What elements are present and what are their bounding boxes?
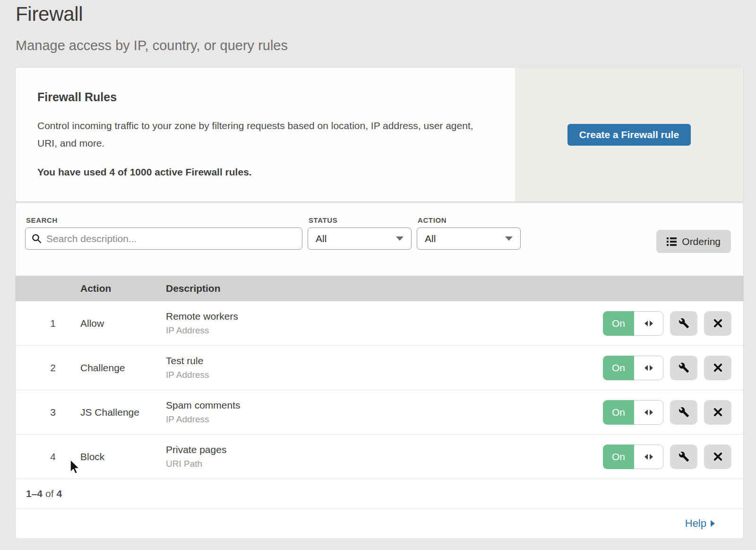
ordering-button[interactable]: Ordering (656, 230, 731, 253)
wrench-icon (679, 407, 689, 418)
row-priority: 3 (16, 407, 56, 418)
search-field[interactable] (25, 227, 302, 250)
table-body: 1 Allow Remote workers IP Address On (16, 301, 743, 479)
row-controls: On (603, 311, 731, 336)
edit-rule-button[interactable] (670, 356, 697, 380)
action-selected-value: All (425, 233, 436, 244)
row-action: Allow (80, 318, 166, 329)
edit-rule-button[interactable] (670, 445, 697, 469)
table-row: 2 Challenge Test rule IP Address On (16, 346, 743, 390)
action-label: ACTION (418, 216, 447, 224)
row-description: Spam comments (166, 400, 603, 411)
delete-rule-button[interactable] (704, 356, 731, 380)
toggle-on-label[interactable]: On (603, 445, 634, 469)
search-icon (32, 234, 42, 244)
x-icon (713, 407, 723, 417)
toggle-on-label[interactable]: On (603, 356, 634, 380)
row-description: Private pages (166, 444, 603, 455)
wrench-icon (679, 318, 689, 329)
row-description: Remote workers (166, 311, 603, 322)
row-controls: On (603, 356, 731, 380)
create-firewall-rule-button[interactable]: Create a Firewall rule (567, 124, 691, 146)
firewall-rules-info: Firewall Rules Control incoming traffic … (16, 68, 515, 201)
x-icon (713, 363, 723, 373)
delete-rule-button[interactable] (704, 400, 731, 425)
rules-cta-panel: Create a Firewall rule (515, 68, 743, 201)
firewall-page: Firewall Manage access by IP, country, o… (0, 0, 756, 550)
table-header: Action Description (16, 276, 743, 301)
row-priority: 1 (16, 318, 56, 329)
pagination-range: 1–4 (26, 488, 43, 499)
status-toggle[interactable]: On (603, 356, 663, 380)
wrench-icon (679, 362, 689, 373)
row-controls: On (603, 445, 731, 469)
status-selected-value: All (316, 233, 326, 244)
status-toggle[interactable]: On (603, 311, 663, 336)
left-right-arrows-icon[interactable] (634, 400, 663, 425)
row-match-field: URI Path (166, 459, 603, 469)
table-row: 3 JS Challenge Spam comments IP Address … (16, 390, 743, 435)
action-select[interactable]: All (417, 227, 521, 250)
table-row: 1 Allow Remote workers IP Address On (16, 301, 743, 346)
firewall-rules-card: Firewall Rules Control incoming traffic … (16, 68, 743, 201)
column-header-action: Action (80, 283, 111, 294)
arrow-right-icon (711, 520, 715, 527)
toggle-on-label[interactable]: On (603, 400, 634, 425)
filters-bar: SEARCH STATUS All ACTION All (16, 203, 743, 276)
edit-rule-button[interactable] (670, 311, 697, 336)
row-action: JS Challenge (80, 407, 166, 418)
rules-usage-note: You have used 4 of 1000 active Firewall … (37, 166, 515, 178)
left-right-arrows-icon[interactable] (634, 311, 663, 336)
x-icon (713, 318, 723, 328)
firewall-rules-table-card: SEARCH STATUS All ACTION All (16, 203, 743, 538)
row-match-field: IP Address (166, 325, 603, 336)
row-action: Challenge (80, 362, 166, 374)
toggle-on-label[interactable]: On (603, 311, 634, 336)
search-label: SEARCH (26, 216, 58, 224)
help-link-label: Help (685, 517, 706, 530)
pagination-total: 4 (57, 488, 62, 499)
rules-card-title: Firewall Rules (37, 90, 515, 104)
table-row: 4 Block Private pages URI Path On (16, 435, 743, 479)
help-link[interactable]: Help (685, 517, 715, 530)
column-header-description: Description (166, 283, 221, 294)
chevron-down-icon (505, 236, 513, 241)
row-controls: On (603, 400, 731, 425)
status-select[interactable]: All (308, 227, 412, 250)
card-footer: Help (16, 508, 743, 538)
delete-rule-button[interactable] (704, 311, 731, 336)
wrench-icon (679, 451, 689, 462)
edit-rule-button[interactable] (670, 400, 697, 425)
page-subtitle: Manage access by IP, country, or query r… (16, 38, 288, 53)
left-right-arrows-icon[interactable] (634, 356, 663, 380)
list-icon (667, 237, 677, 246)
rules-card-description: Control incoming traffic to your zone by… (37, 117, 491, 152)
row-action: Block (80, 451, 166, 463)
pagination-summary: 1–4 of 4 (16, 479, 743, 508)
row-priority: 4 (16, 451, 56, 463)
ordering-button-label: Ordering (682, 236, 721, 247)
x-icon (713, 452, 723, 462)
row-description: Test rule (166, 355, 603, 367)
status-toggle[interactable]: On (603, 400, 663, 425)
pagination-of: of (45, 488, 54, 499)
row-match-field: IP Address (166, 370, 603, 380)
delete-rule-button[interactable] (704, 445, 731, 469)
left-right-arrows-icon[interactable] (634, 445, 663, 469)
row-match-field: IP Address (166, 414, 603, 425)
row-priority: 2 (16, 362, 56, 374)
status-label: STATUS (309, 216, 337, 224)
chevron-down-icon (396, 236, 404, 241)
page-title: Firewall (16, 3, 83, 26)
search-input[interactable] (42, 229, 302, 248)
status-toggle[interactable]: On (603, 445, 663, 469)
